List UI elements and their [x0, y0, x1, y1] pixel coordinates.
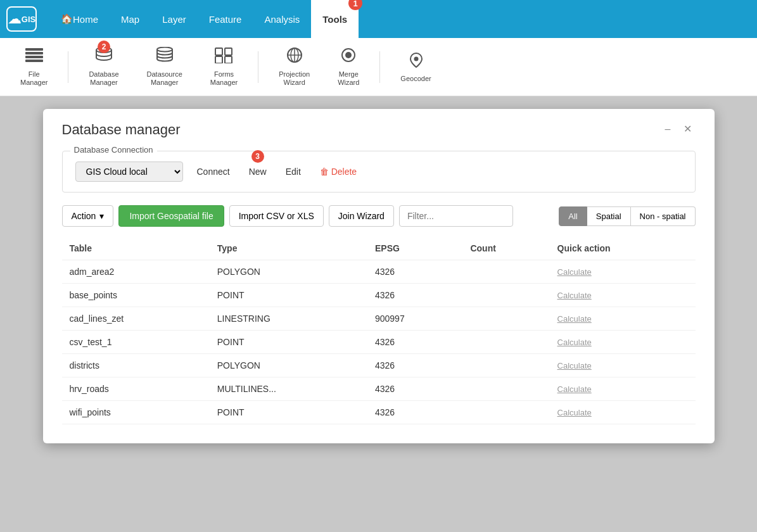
cell-quick-action-4: Calculate: [550, 354, 696, 377]
db-new-button[interactable]: New: [244, 164, 272, 179]
table-row: wifi_points POINT 4326 Calculate: [62, 401, 696, 424]
import-csv-button[interactable]: Import CSV or XLS: [229, 205, 324, 227]
nav-tools-label: Tools: [322, 14, 347, 25]
svg-rect-8: [215, 56, 222, 63]
database-manager-label: DatabaseManager: [89, 70, 118, 87]
db-connection-row: GIS Cloud local Connect 3 New Edit 🗑 Del…: [75, 162, 682, 182]
main-area: Database manager – ✕ Database Connection…: [0, 96, 757, 532]
geocoder-icon: [407, 51, 426, 72]
cell-type-6: POINT: [210, 401, 367, 424]
projection-wizard-icon: [285, 47, 304, 68]
svg-rect-9: [225, 56, 232, 63]
top-navigation: ☁ GIS 🏠 Home Map Layer Feature Analysis …: [0, 0, 757, 38]
nav-item-layer[interactable]: Layer: [151, 0, 198, 38]
filter-all-button[interactable]: All: [559, 206, 587, 226]
svg-rect-6: [215, 48, 222, 55]
cell-quick-action-2: Calculate: [550, 307, 696, 331]
svg-point-15: [345, 52, 352, 58]
nav-item-feature[interactable]: Feature: [198, 0, 253, 38]
join-wizard-button[interactable]: Join Wizard: [329, 205, 394, 227]
action-button[interactable]: Action ▾: [62, 205, 114, 227]
col-count: Count: [462, 237, 549, 260]
tool-forms-manager[interactable]: FormsManager: [203, 43, 245, 91]
db-connect-button[interactable]: Connect: [192, 164, 235, 179]
filter-input[interactable]: [399, 205, 513, 227]
nav-item-map[interactable]: Map: [110, 0, 151, 38]
forms-manager-icon: [214, 47, 233, 68]
home-icon: 🏠: [61, 13, 73, 25]
dialog-close-button[interactable]: ✕: [680, 122, 696, 136]
dialog-title: Database manager: [62, 122, 181, 138]
dialog-minimize-button[interactable]: –: [661, 122, 675, 136]
cell-epsg-4: 4326: [367, 354, 462, 377]
cell-count-2: [462, 307, 549, 331]
datasource-manager-label: DatasourceManager: [147, 70, 182, 87]
cell-epsg-3: 4326: [367, 331, 462, 354]
table-row: csv_test_1 POINT 4326 Calculate: [62, 331, 696, 354]
db-connection-label: Database Connection: [70, 145, 157, 155]
cell-quick-action-6: Calculate: [550, 401, 696, 424]
calculate-link-3[interactable]: Calculate: [557, 338, 592, 347]
db-connection-select[interactable]: GIS Cloud local: [75, 162, 183, 182]
cell-table-0: adm_area2: [62, 260, 210, 284]
calculate-link-4[interactable]: Calculate: [557, 361, 592, 370]
import-geo-button[interactable]: Import Geospatial file: [118, 205, 224, 227]
cell-count-3: [462, 331, 549, 354]
tool-datasource-manager[interactable]: DatasourceManager: [139, 43, 190, 91]
action-label: Action: [72, 211, 96, 221]
tool-merge-wizard[interactable]: MergeWizard: [330, 43, 367, 91]
table-row: adm_area2 POLYGON 4326 Calculate: [62, 260, 696, 284]
nav-item-tools[interactable]: Tools 1: [311, 0, 359, 38]
file-manager-label: FileManager: [20, 70, 48, 87]
calculate-link-5[interactable]: Calculate: [557, 384, 592, 394]
tool-database-manager[interactable]: 2 DatabaseManager: [81, 43, 126, 91]
calculate-link-6[interactable]: Calculate: [557, 408, 592, 417]
nav-home-label: Home: [73, 14, 98, 25]
table-row: cad_lines_zet LINESTRING 900997 Calculat…: [62, 307, 696, 331]
cell-count-6: [462, 401, 549, 424]
cell-quick-action-5: Calculate: [550, 377, 696, 401]
forms-manager-label: FormsManager: [210, 70, 238, 87]
cell-table-2: cad_lines_zet: [62, 307, 210, 331]
nav-item-home[interactable]: 🏠 Home: [49, 0, 110, 38]
nav-item-analysis[interactable]: Analysis: [253, 0, 311, 38]
col-table: Table: [62, 237, 210, 260]
tool-projection-wizard[interactable]: ProjectionWizard: [271, 43, 317, 91]
geocoder-label: Geocoder: [400, 75, 431, 83]
cell-epsg-2: 900997: [367, 307, 462, 331]
merge-wizard-icon: [339, 47, 358, 68]
cell-quick-action-1: Calculate: [550, 284, 696, 307]
cell-count-4: [462, 354, 549, 377]
col-quick-action: Quick action: [550, 237, 696, 260]
calculate-link-1[interactable]: Calculate: [557, 291, 592, 300]
svg-rect-1: [25, 52, 43, 54]
col-type: Type: [210, 237, 367, 260]
svg-point-16: [414, 56, 418, 61]
cell-type-2: LINESTRING: [210, 307, 367, 331]
cell-table-3: csv_test_1: [62, 331, 210, 354]
table-header-row: Table Type EPSG Count Quick action: [62, 237, 696, 260]
datasource-manager-icon: [155, 47, 174, 68]
svg-point-5: [157, 48, 172, 52]
calculate-link-2[interactable]: Calculate: [557, 314, 592, 324]
cell-type-0: POLYGON: [210, 260, 367, 284]
nav-items: 🏠 Home Map Layer Feature Analysis Tools …: [49, 0, 359, 38]
db-delete-button[interactable]: 🗑 Delete: [315, 164, 362, 179]
trash-icon: 🗑: [320, 167, 329, 177]
nav-feature-label: Feature: [209, 14, 242, 25]
logo-text: GIS: [22, 15, 35, 24]
svg-rect-0: [25, 48, 43, 51]
filter-group: All Spatial Non - spatial: [559, 206, 695, 226]
tool-geocoder[interactable]: Geocoder: [393, 48, 438, 87]
db-edit-button[interactable]: Edit: [281, 164, 306, 179]
new-badge: 3: [251, 150, 264, 163]
dialog-header: Database manager – ✕: [62, 122, 696, 138]
filter-spatial-button[interactable]: Spatial: [587, 206, 631, 226]
tool-file-manager[interactable]: FileManager: [13, 43, 55, 91]
filter-nonspatial-button[interactable]: Non - spatial: [631, 206, 696, 226]
divider-3: [379, 51, 380, 83]
calculate-link-0[interactable]: Calculate: [557, 267, 592, 277]
cell-quick-action-0: Calculate: [550, 260, 696, 284]
cell-count-5: [462, 377, 549, 401]
sub-toolbar: FileManager 2 DatabaseManager Datasource…: [0, 38, 757, 96]
